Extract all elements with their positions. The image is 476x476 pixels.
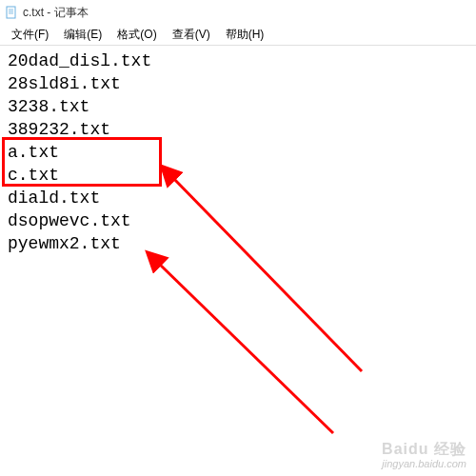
menu-help[interactable]: 帮助(H): [218, 25, 272, 45]
text-line: dsopwevc.txt: [8, 209, 468, 232]
menu-edit[interactable]: 编辑(E): [56, 25, 109, 45]
text-line: diald.txt: [8, 187, 468, 209]
text-line: 28sld8i.txt: [8, 72, 468, 95]
text-line: a.txt: [8, 141, 468, 164]
menubar: 文件(F) 编辑(E) 格式(O) 查看(V) 帮助(H): [0, 25, 476, 46]
menu-file[interactable]: 文件(F): [4, 25, 56, 45]
text-line: 389232.txt: [8, 118, 468, 141]
text-line: pyewmx2.txt: [8, 232, 468, 255]
svg-rect-0: [7, 7, 15, 18]
menu-format[interactable]: 格式(O): [109, 25, 164, 45]
text-line: 3238.txt: [8, 95, 468, 118]
window-titlebar: c.txt - 记事本: [0, 0, 476, 25]
window-title: c.txt - 记事本: [23, 5, 89, 21]
text-line: c.txt: [8, 164, 468, 187]
annotation-arrow-2: [157, 262, 333, 433]
notepad-icon: [4, 5, 19, 20]
menu-view[interactable]: 查看(V): [165, 25, 218, 45]
watermark: Baidu 经验 jingyan.baidu.com: [382, 440, 466, 470]
watermark-brand: Baidu 经验: [382, 440, 466, 458]
watermark-url: jingyan.baidu.com: [382, 458, 466, 470]
text-line: 20dad_disl.txt: [8, 50, 468, 72]
text-area[interactable]: 20dad_disl.txt 28sld8i.txt 3238.txt 3892…: [0, 46, 476, 259]
